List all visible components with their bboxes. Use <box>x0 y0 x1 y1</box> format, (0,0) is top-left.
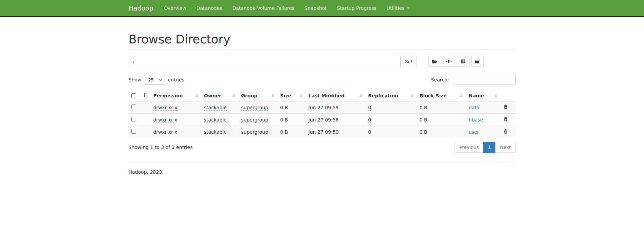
sort-both-icon[interactable]: ⇵ <box>232 94 236 98</box>
nav-item-label: Snapshot <box>305 5 327 11</box>
caret-down-icon <box>407 7 409 9</box>
upload-icon <box>446 59 452 64</box>
nav-item-label: Datanode Volume Failures <box>232 5 294 11</box>
sort-both-icon[interactable]: ⇵ <box>410 94 414 98</box>
list-icon <box>460 59 466 64</box>
trash-icon <box>503 117 508 122</box>
replication-cell[interactable]: 0 <box>368 129 371 135</box>
table-header-row: Permission⇵ Owner⇵ Group⇵ Size⇵ Last Mod… <box>129 90 516 101</box>
pagination-page-1[interactable]: 1 <box>483 142 496 153</box>
pagination-next[interactable]: Next <box>495 142 515 153</box>
table-row: drwxr-xr-x stackable supergroup 0 B Jun … <box>129 126 516 138</box>
nav-item-label: Utilities <box>387 5 405 11</box>
go-button[interactable]: Go! <box>401 56 417 67</box>
last-modified-cell: Jun 27 09:59 <box>309 105 339 110</box>
nav-item-label: Overview <box>164 5 186 11</box>
snapshot-button[interactable] <box>471 56 484 67</box>
trash-icon <box>503 129 508 135</box>
page-title: Browse Directory <box>129 33 516 46</box>
table-footer: Showing 1 to 3 of 3 entries Previous 1 N… <box>129 142 516 153</box>
site-footer: Hadoop, 2023. <box>129 163 516 188</box>
page-length-select[interactable]: 25 <box>144 75 165 84</box>
column-header-block-size[interactable]: Block Size⇵ <box>417 90 466 101</box>
navbar-brand[interactable]: Hadoop <box>129 4 153 12</box>
path-input-group: Go! <box>129 56 417 67</box>
nav-item-overview[interactable]: Overview <box>159 0 191 16</box>
column-label: Owner <box>204 93 221 98</box>
delete-button[interactable] <box>503 129 508 135</box>
nav-item-utilities-dropdown[interactable]: Utilities <box>382 0 415 16</box>
column-label: Name <box>469 93 484 98</box>
create-directory-button[interactable] <box>428 56 441 67</box>
pagination-previous[interactable]: Previous <box>455 142 483 153</box>
group-cell[interactable]: supergroup <box>241 129 268 135</box>
owner-cell[interactable]: stackable <box>204 117 227 123</box>
column-header-actions <box>501 90 515 101</box>
sort-both-icon[interactable]: ⇵ <box>271 94 275 98</box>
nav-item-snapshot[interactable]: Snapshot <box>299 0 332 16</box>
navbar-brand-label: Hadoop <box>129 4 153 12</box>
row-checkbox[interactable] <box>131 117 136 121</box>
sort-both-icon[interactable]: ⇵ <box>460 94 463 98</box>
table-search-input[interactable] <box>452 75 516 85</box>
nav-item-label: Datanodes <box>197 5 222 11</box>
sort-both-icon[interactable]: ⇵ <box>359 94 363 98</box>
group-cell[interactable]: supergroup <box>241 105 268 111</box>
last-modified-cell: Jun 27 09:59 <box>309 129 339 135</box>
trash-icon <box>503 105 508 110</box>
owner-cell[interactable]: stackable <box>204 105 227 111</box>
table-row: drwxr-xr-x stackable supergroup 0 B Jun … <box>129 114 516 126</box>
table-search-control: Search: <box>431 75 516 85</box>
column-label: Permission <box>153 93 183 98</box>
column-header-group[interactable]: Group⇵ <box>238 90 277 101</box>
group-cell[interactable]: supergroup <box>241 117 268 123</box>
pagination: Previous 1 Next <box>455 142 515 153</box>
column-label: Block Size <box>420 93 447 98</box>
permission-cell[interactable]: drwxr-xr-x <box>153 105 177 111</box>
column-label: Size <box>280 93 291 98</box>
row-checkbox[interactable] <box>131 129 136 134</box>
page-length-value: 25 <box>148 77 154 82</box>
row-checkbox[interactable] <box>131 105 136 109</box>
size-cell: 0 B <box>280 117 288 122</box>
delete-button[interactable] <box>503 105 508 110</box>
column-header-permission[interactable]: Permission⇵ <box>150 90 201 101</box>
delete-button[interactable] <box>503 117 508 122</box>
directory-table: Permission⇵ Owner⇵ Group⇵ Size⇵ Last Mod… <box>129 90 516 138</box>
column-label: Group <box>241 93 257 98</box>
cut-paste-button[interactable] <box>457 56 470 67</box>
directory-link[interactable]: hbase <box>469 117 483 122</box>
size-cell: 0 B <box>280 105 288 110</box>
select-all-checkbox[interactable] <box>131 93 136 98</box>
column-label: Replication <box>368 93 398 98</box>
sort-both-icon[interactable]: ⇵ <box>195 94 199 98</box>
entries-label: entries <box>168 77 184 82</box>
nav-item-datanode-volume-failures[interactable]: Datanode Volume Failures <box>227 0 299 16</box>
replication-cell[interactable]: 0 <box>368 117 371 123</box>
nav-item-datanodes[interactable]: Datanodes <box>191 0 227 16</box>
permission-cell[interactable]: drwxr-xr-x <box>153 129 177 135</box>
directory-path-input[interactable] <box>129 56 401 67</box>
last-modified-cell: Jun 27 09:56 <box>309 117 339 122</box>
directory-link[interactable]: user <box>469 129 479 135</box>
block-size-cell: 0 B <box>420 129 427 135</box>
search-label: Search: <box>431 77 449 82</box>
nav-item-startup-progress[interactable]: Startup Progress <box>332 0 382 16</box>
column-header-last-modified[interactable]: Last Modified⇵ <box>306 90 366 101</box>
sort-both-icon[interactable]: ⇵ <box>299 94 303 98</box>
block-size-cell: 0 B <box>420 117 427 122</box>
permission-cell[interactable]: drwxr-xr-x <box>153 117 177 123</box>
file-operation-buttons <box>428 56 484 67</box>
select-all-header <box>129 90 151 101</box>
replication-cell[interactable]: 0 <box>368 105 371 111</box>
owner-cell[interactable]: stackable <box>204 129 227 135</box>
column-header-owner[interactable]: Owner⇵ <box>201 90 238 101</box>
sort-both-icon[interactable]: ⇵ <box>494 94 498 98</box>
path-bar: Go! <box>129 56 516 67</box>
column-header-size[interactable]: Size⇵ <box>277 90 306 101</box>
sort-active-icon[interactable] <box>143 93 148 98</box>
upload-file-button[interactable] <box>443 56 455 67</box>
column-header-name[interactable]: Name⇵ <box>466 90 501 101</box>
directory-link[interactable]: data <box>469 105 480 110</box>
column-header-replication[interactable]: Replication⇵ <box>365 90 417 101</box>
